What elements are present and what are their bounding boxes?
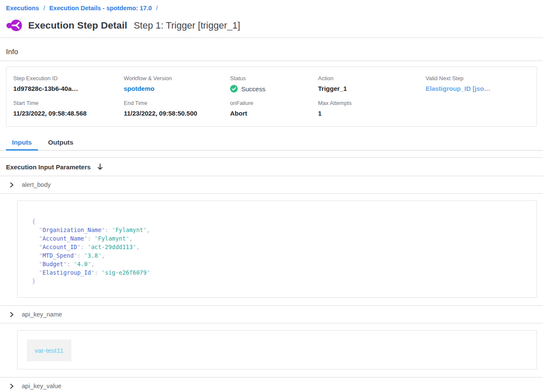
execution-step-detail-page: Executions / Execution Details - spotdem…: [0, 0, 543, 392]
field-value: Abort: [230, 110, 318, 117]
breadcrumb-link-execution-details[interactable]: Execution Details - spotdemo: 17.0: [49, 5, 152, 12]
breadcrumb: Executions / Execution Details - spotdem…: [0, 0, 543, 12]
field-value: 1d97828c-13b6-40a…: [13, 85, 124, 92]
tab-inputs[interactable]: Inputs: [6, 136, 38, 151]
divider: [0, 38, 543, 38]
workflow-link[interactable]: spotdemo: [124, 85, 155, 92]
section-label: alert_body: [22, 181, 51, 188]
field-valid-next-step: Valid Next Step Elastigroup_ID [jso…: [426, 75, 530, 93]
execution-input-parameters-title: Execution Input Parameters: [6, 163, 90, 171]
breadcrumb-separator: /: [156, 5, 158, 12]
execution-input-parameters-header: Execution Input Parameters: [0, 158, 543, 176]
divider: [0, 61, 543, 61]
success-check-icon: [230, 85, 238, 93]
api-key-name-value: var-test11: [27, 340, 71, 361]
api-key-name-panel: var-test11: [17, 330, 537, 369]
field-label: Step Execution ID: [13, 75, 124, 81]
status-badge: Success: [241, 85, 266, 93]
section-label: api_key_value: [22, 383, 61, 389]
field-max-attempts: Max Attempts 1: [318, 100, 426, 117]
breadcrumb-separator: /: [43, 5, 45, 12]
info-card: Step Execution ID 1d97828c-13b6-40a… Wor…: [6, 67, 537, 127]
page-header: Execution Step Detail Step 1: Trigger [t…: [0, 12, 543, 32]
field-action: Action Trigger_1: [318, 75, 426, 93]
field-label: Status: [230, 75, 318, 81]
field-start-time: Start Time 11/23/2022, 09:58:48.568: [13, 100, 124, 117]
info-heading: Info: [6, 48, 537, 56]
chevron-right-icon: [9, 182, 15, 188]
breadcrumb-link-executions[interactable]: Executions: [6, 5, 39, 12]
field-label: Workflow & Version: [124, 75, 230, 81]
field-label: Action: [318, 75, 426, 81]
alert-body-json: { "Organization_Name": "Fylamynt", "Acco…: [32, 217, 528, 285]
workflow-brand-icon: [6, 19, 23, 32]
divider: [0, 193, 543, 194]
field-value: 11/23/2022, 09:58:48.568: [13, 110, 124, 117]
chevron-right-icon: [9, 383, 15, 389]
page-title: Execution Step Detail: [28, 20, 127, 31]
section-toggle-api-key-value[interactable]: api_key_value: [0, 377, 543, 392]
section-toggle-api-key-name[interactable]: api_key_name: [0, 306, 543, 323]
page-subtitle: Step 1: Trigger [trigger_1]: [134, 20, 240, 31]
field-step-execution-id: Step Execution ID 1d97828c-13b6-40a…: [13, 75, 124, 93]
alert-body-panel: { "Organization_Name": "Fylamynt", "Acco…: [17, 200, 537, 298]
field-label: End Time: [124, 100, 230, 106]
field-end-time: End Time 11/23/2022, 09:58:50.500: [124, 100, 230, 117]
field-label: Start Time: [13, 100, 124, 106]
field-workflow-version: Workflow & Version spotdemo: [124, 75, 230, 93]
tab-bar: Inputs Outputs: [0, 136, 543, 151]
field-value: 11/23/2022, 09:58:50.500: [124, 110, 230, 117]
field-label: Max Attempts: [318, 100, 426, 106]
next-step-link[interactable]: Elastigroup_ID [jso…: [426, 85, 490, 92]
field-label: Valid Next Step: [426, 75, 530, 81]
arrow-down-icon[interactable]: [97, 163, 103, 171]
divider: [0, 323, 543, 323]
section-toggle-alert-body[interactable]: alert_body: [0, 176, 543, 193]
chevron-right-icon: [9, 312, 15, 317]
field-value: 1: [318, 110, 426, 117]
section-label: api_key_name: [22, 311, 62, 318]
field-status: Status Success: [230, 75, 318, 93]
field-value: Trigger_1: [318, 85, 426, 92]
field-label: onFailure: [230, 100, 318, 106]
field-onfailure: onFailure Abort: [230, 100, 318, 117]
tab-outputs[interactable]: Outputs: [42, 136, 79, 151]
